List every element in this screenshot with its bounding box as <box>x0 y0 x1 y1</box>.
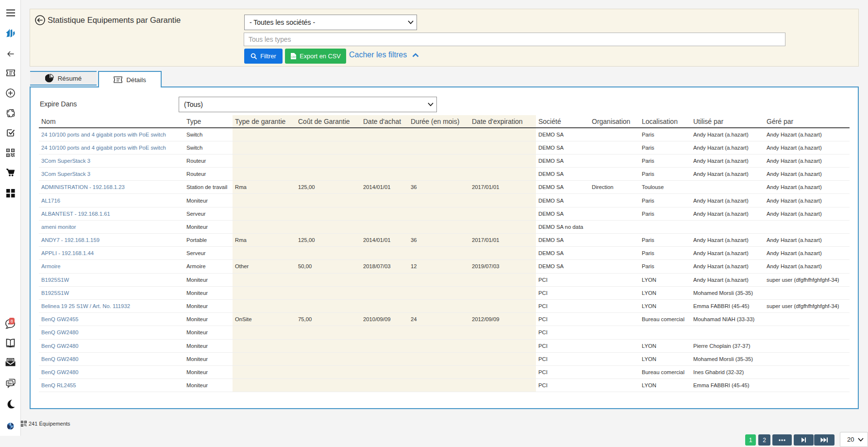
svg-text:8: 8 <box>11 319 13 324</box>
svg-text:CSV: CSV <box>291 56 296 58</box>
